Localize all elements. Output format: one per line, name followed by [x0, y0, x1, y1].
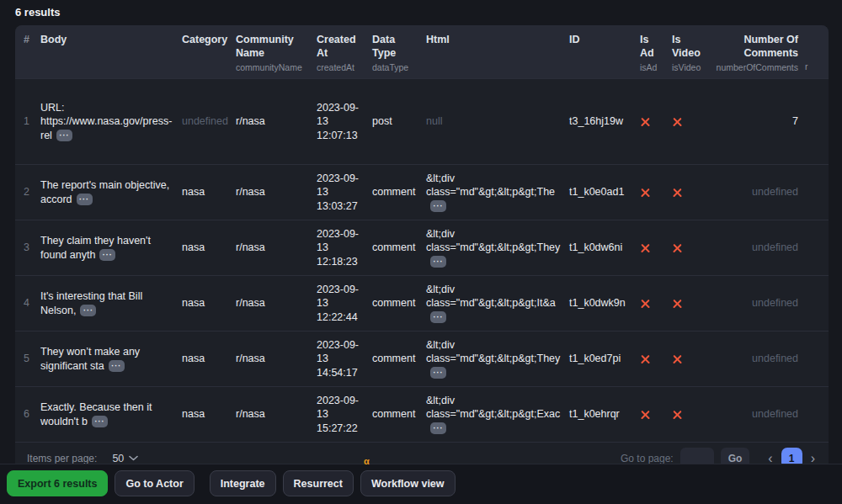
- column-header-category: Category: [182, 33, 236, 46]
- expand-cell-button[interactable]: ···: [109, 360, 125, 372]
- cell-type: comment: [372, 352, 426, 365]
- cell-html: &lt;div class="md"&gt;&lt;p&gt;They···: [426, 338, 569, 379]
- cell-is_ad: [640, 352, 672, 365]
- cell-created: 2023-09-13 12:18:23: [317, 227, 372, 268]
- expand-cell-button[interactable]: ···: [77, 194, 93, 205]
- items-per-page-select[interactable]: Items per page: 50: [27, 453, 138, 464]
- cell-created: 2023-09-13 12:07:13: [317, 101, 372, 142]
- cell-community: r/nasa: [236, 114, 317, 128]
- false-cross-icon: [640, 299, 651, 310]
- cell-created: 2023-09-13 15:27:22: [317, 394, 372, 435]
- false-cross-icon: [672, 243, 683, 254]
- expand-cell-button[interactable]: ···: [99, 249, 115, 261]
- cell-type: comment: [372, 296, 426, 310]
- table-body: 1URL: https://www.nasa.gov/press-rel···u…: [15, 78, 829, 442]
- column-header-type: Data TypedataType: [372, 33, 426, 72]
- cell-category: undefined: [182, 114, 236, 128]
- column-field-name: dataType: [372, 62, 419, 72]
- table-row: 4It's interesting that Bill Nelson,···na…: [15, 275, 829, 331]
- cell-html: &lt;div class="md"&gt;&lt;p&gt;Exac···: [426, 394, 569, 435]
- cell-id: t1_k0ed7pi: [569, 352, 640, 365]
- items-per-page-value: 50: [112, 453, 124, 464]
- resurrect-button[interactable]: Resurrect: [283, 470, 354, 496]
- cell-body: Exactly. Because then it wouldn't b···: [40, 401, 182, 428]
- column-header-num: #: [24, 33, 40, 46]
- column-field-name: communityName: [236, 62, 310, 72]
- cell-html: null: [426, 114, 569, 128]
- cell-comments: undefined: [712, 241, 805, 254]
- cell-type: comment: [372, 185, 426, 199]
- expand-cell-button[interactable]: ···: [430, 367, 446, 379]
- action-bar: Export 6 results Go to Actor Integrate R…: [0, 464, 842, 504]
- cell-num: 3: [24, 241, 40, 254]
- cell-comments: 7: [712, 114, 805, 128]
- false-cross-icon: [672, 354, 683, 365]
- expand-cell-button[interactable]: ···: [430, 200, 446, 212]
- column-header-body: Body: [40, 33, 182, 46]
- cell-category: nasa: [182, 352, 236, 365]
- cell-community: r/nasa: [236, 352, 317, 365]
- cell-community: r/nasa: [236, 241, 317, 254]
- cell-id: t3_16hj19w: [569, 114, 640, 128]
- cell-community: r/nasa: [236, 185, 317, 199]
- chevron-down-icon: [129, 455, 138, 461]
- expand-cell-button[interactable]: ···: [430, 311, 446, 323]
- column-label: Is Video: [672, 33, 706, 60]
- alpha-badge: α: [364, 456, 370, 466]
- cell-created: 2023-09-13 14:54:17: [317, 338, 372, 379]
- cell-comments: undefined: [712, 296, 805, 310]
- column-label: Html: [426, 33, 562, 46]
- cell-is_ad: [640, 114, 672, 128]
- false-cross-icon: [640, 188, 651, 199]
- expand-cell-button[interactable]: ···: [92, 416, 108, 427]
- cell-id: t1_k0ehrqr: [569, 407, 640, 421]
- cell-community: r/nasa: [236, 407, 317, 421]
- go-to-actor-button[interactable]: Go to Actor: [115, 470, 194, 496]
- cell-body: URL: https://www.nasa.gov/press-rel···: [40, 101, 182, 142]
- expand-cell-button[interactable]: ···: [56, 130, 72, 141]
- cell-created: 2023-09-13 12:22:44: [317, 283, 372, 324]
- expand-cell-button[interactable]: ···: [430, 422, 446, 434]
- column-label: ID: [569, 33, 633, 46]
- cell-is_ad: [640, 241, 672, 254]
- false-cross-icon: [640, 410, 651, 421]
- false-cross-icon: [640, 243, 651, 254]
- column-header-clip: r: [805, 33, 817, 72]
- cell-html: &lt;div class="md"&gt;&lt;p&gt;They···: [426, 227, 569, 268]
- expand-cell-button[interactable]: ···: [430, 256, 446, 268]
- results-count: 6 results: [15, 6, 60, 19]
- workflow-view-button[interactable]: Workflow view: [360, 470, 456, 496]
- table-row: 5They won’t make any significant sta···n…: [15, 331, 829, 386]
- cell-category: nasa: [182, 407, 236, 421]
- column-label: Category: [182, 33, 229, 46]
- column-header-html: Html: [426, 33, 569, 46]
- column-label: Body: [40, 33, 175, 46]
- false-cross-icon: [672, 117, 683, 128]
- cell-is_video: [672, 296, 712, 310]
- column-label: #: [24, 33, 34, 46]
- column-header-is_video: Is VideoisVideo: [672, 33, 712, 72]
- false-cross-icon: [640, 354, 651, 365]
- cell-comments: undefined: [712, 352, 805, 365]
- cell-id: t1_k0e0ad1: [569, 185, 640, 199]
- column-header-is_ad: Is AdisAd: [640, 33, 672, 72]
- cell-category: nasa: [182, 296, 236, 310]
- table-row: 2The report's main objective, accord···n…: [15, 164, 829, 220]
- integrate-button[interactable]: Integrate: [210, 470, 276, 496]
- column-label: Community Name: [236, 33, 310, 60]
- dataset-results-table: #BodyCategoryCommunity NamecommunityName…: [15, 25, 829, 471]
- cell-html: &lt;div class="md"&gt;&lt;p&gt;The···: [426, 172, 569, 213]
- column-field-name: r: [805, 61, 810, 72]
- cell-is_ad: [640, 185, 672, 199]
- false-cross-icon: [672, 299, 683, 310]
- cell-type: comment: [372, 241, 426, 254]
- cell-comments: undefined: [712, 407, 805, 421]
- cell-is_video: [672, 241, 712, 254]
- cell-is_ad: [640, 296, 672, 310]
- export-results-button[interactable]: Export 6 results: [7, 470, 108, 496]
- column-field-name: isVideo: [672, 62, 706, 72]
- cell-is_video: [672, 114, 712, 128]
- expand-cell-button[interactable]: ···: [80, 305, 96, 316]
- cell-id: t1_k0dw6ni: [569, 241, 640, 254]
- column-field-name: numberOfComments: [712, 62, 798, 72]
